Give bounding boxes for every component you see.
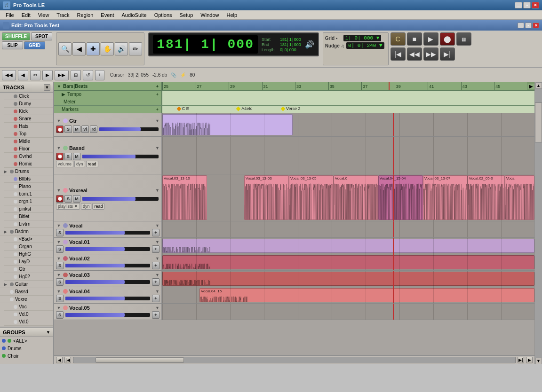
- trim-button[interactable]: ✂: [30, 70, 40, 80]
- track-item[interactable]: Kick: [4, 108, 53, 115]
- track-expand-icon[interactable]: ▶: [4, 169, 8, 174]
- track-item[interactable]: Organ: [4, 243, 53, 251]
- audio-clip[interactable]: [162, 114, 293, 135]
- vol-slider[interactable]: [82, 197, 159, 201]
- mute-button[interactable]: M: [73, 125, 80, 133]
- menu-item-window[interactable]: Window: [197, 11, 223, 19]
- track-waveform-area[interactable]: [162, 304, 534, 320]
- solo-button[interactable]: S: [56, 278, 64, 286]
- solo-button[interactable]: S: [56, 245, 64, 253]
- rec-button[interactable]: ⬤: [56, 195, 64, 203]
- track-expand-icon[interactable]: ▶: [4, 282, 8, 287]
- track-waveform-area[interactable]: Vocal.04_15: [162, 287, 534, 303]
- track-dropdown[interactable]: ▼: [155, 146, 159, 150]
- markers-plus[interactable]: +: [156, 107, 159, 112]
- nudge-back4-button[interactable]: ◀◀: [2, 70, 16, 80]
- track-item[interactable]: Livtrn: [4, 220, 53, 228]
- h-scroll-thumb[interactable]: [96, 357, 184, 363]
- slip-button[interactable]: SLIP: [2, 41, 23, 49]
- plus-button[interactable]: +: [152, 278, 159, 286]
- track-expand-button[interactable]: ▼: [56, 223, 62, 228]
- h-scrollbar[interactable]: [73, 357, 516, 363]
- track-item[interactable]: Bltbts: [4, 175, 53, 183]
- track-dropdown[interactable]: ▼: [155, 289, 159, 294]
- menu-item-file[interactable]: File: [2, 11, 18, 19]
- rec-button[interactable]: ⬤: [56, 153, 64, 160]
- track-expand-button[interactable]: ▼: [56, 145, 62, 151]
- menu-item-help[interactable]: Help: [223, 11, 241, 19]
- tracks-sort-button[interactable]: ▼: [44, 84, 50, 91]
- track-item[interactable]: Ovrhd: [4, 153, 53, 160]
- track-waveform-area[interactable]: [162, 271, 534, 287]
- back-tool[interactable]: ◀: [72, 42, 86, 55]
- menu-item-audiosuite[interactable]: AudioSuite: [118, 11, 150, 19]
- zoom-in-button[interactable]: +: [95, 70, 104, 80]
- audio-clip[interactable]: Vocal.0: [334, 175, 378, 220]
- edit-maximize-button[interactable]: ▪: [525, 23, 532, 28]
- track-item[interactable]: Dumy: [4, 100, 53, 108]
- vol-slider[interactable]: [65, 247, 150, 251]
- audio-clip[interactable]: Vocal.03_13-03: [244, 175, 289, 220]
- solo-button[interactable]: S: [56, 229, 64, 236]
- nudge-fwd-button[interactable]: ▶: [42, 70, 53, 80]
- track-waveform-area[interactable]: [162, 254, 534, 270]
- minimize-button[interactable]: _: [515, 2, 522, 8]
- scroll-end-button[interactable]: ▶|: [518, 357, 524, 363]
- playlist-button[interactable]: playlists▼: [56, 203, 80, 210]
- track-item[interactable]: ▶Bsdrm: [0, 228, 53, 235]
- track-dropdown[interactable]: ▼: [155, 256, 159, 261]
- track-item[interactable]: Gtr: [4, 266, 53, 273]
- audio-clip[interactable]: Vocal.02_05-0: [468, 175, 505, 220]
- track-item[interactable]: Voxre: [0, 296, 53, 303]
- maximize-button[interactable]: ▪: [523, 2, 531, 8]
- bb-expand-button[interactable]: ▼: [57, 84, 61, 89]
- audio-clip[interactable]: Vocal.04_15-04: [378, 175, 423, 220]
- record-button[interactable]: ⬤: [440, 32, 455, 46]
- plus-button[interactable]: +: [152, 311, 159, 319]
- edit-close-button[interactable]: ✕: [533, 23, 539, 28]
- solo-button[interactable]: S: [64, 125, 72, 133]
- mute-button[interactable]: M: [73, 195, 80, 203]
- track-item[interactable]: Snare: [4, 115, 53, 123]
- speaker-tool[interactable]: 🔊: [115, 42, 128, 55]
- track-dropdown[interactable]: ▼: [155, 240, 159, 244]
- plus-button[interactable]: +: [152, 295, 159, 302]
- audio-clip[interactable]: Voca: [505, 175, 534, 220]
- solo-button[interactable]: S: [64, 153, 72, 160]
- audio-clip[interactable]: Vocal.03_13-10: [162, 175, 207, 220]
- track-list[interactable]: ClickDumyKickSnareHatsTopMidleFloorOvrhd…: [0, 93, 53, 327]
- nudge-fwd4-button[interactable]: ▶▶: [55, 70, 69, 80]
- audio-clip[interactable]: [162, 272, 534, 286]
- track-item[interactable]: Bassd: [0, 288, 53, 296]
- dyn-button[interactable]: dyn: [74, 161, 85, 167]
- plus-button[interactable]: +: [152, 245, 159, 253]
- audio-clip[interactable]: Vocal.04_15: [199, 288, 534, 302]
- menu-item-view[interactable]: View: [34, 11, 53, 19]
- right-scrollbar[interactable]: ▲ ▼: [534, 82, 542, 364]
- groups-options[interactable]: ▼: [46, 330, 50, 335]
- v-scrollbar[interactable]: [535, 89, 542, 358]
- dyn-button[interactable]: dyn: [81, 203, 92, 210]
- track-dropdown[interactable]: ▼: [155, 306, 159, 310]
- shuffle-button[interactable]: SHUFFLE: [2, 32, 30, 40]
- vol-slider[interactable]: [65, 264, 150, 267]
- menu-item-edit[interactable]: Edit: [18, 11, 34, 19]
- plus-button[interactable]: +: [152, 262, 159, 269]
- solo-button[interactable]: S: [56, 295, 64, 302]
- mute-button[interactable]: M: [73, 153, 80, 160]
- pencil-tool[interactable]: ✏: [129, 42, 142, 55]
- audio-clip[interactable]: Vocal.03_13-07: [423, 175, 468, 220]
- auto-mode-label[interactable]: read: [92, 203, 104, 210]
- track-item[interactable]: ▶Drums: [0, 168, 53, 175]
- plus-button[interactable]: +: [152, 229, 159, 236]
- menu-item-track[interactable]: Track: [53, 11, 73, 19]
- go-end-button[interactable]: ▶|: [440, 47, 455, 61]
- track-dropdown[interactable]: ▼: [155, 188, 159, 193]
- track-item[interactable]: Romic: [4, 160, 53, 168]
- select-tool[interactable]: ✚: [87, 42, 100, 55]
- track-expand-button[interactable]: ▼: [56, 272, 62, 278]
- track-item[interactable]: orgn.1: [4, 198, 53, 205]
- audio-clip[interactable]: Vocal.03_13-05: [289, 175, 334, 220]
- track-expand-button[interactable]: ▼: [56, 289, 62, 294]
- audio-clip[interactable]: [162, 255, 534, 269]
